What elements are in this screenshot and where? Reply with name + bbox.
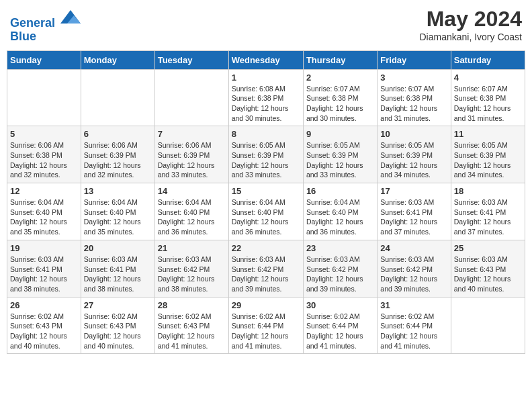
- calendar-cell: 13Sunrise: 6:04 AMSunset: 6:40 PMDayligh…: [81, 183, 154, 240]
- weekday-header: Monday: [81, 50, 154, 69]
- title-block: May 2024 Diamankani, Ivory Coast: [419, 7, 522, 42]
- calendar-cell: 30Sunrise: 6:02 AMSunset: 6:44 PMDayligh…: [303, 297, 377, 354]
- day-number: 1: [232, 73, 300, 83]
- calendar-cell: 24Sunrise: 6:03 AMSunset: 6:42 PMDayligh…: [378, 240, 451, 297]
- day-number: 20: [84, 243, 152, 253]
- calendar-cell: 8Sunrise: 6:05 AMSunset: 6:39 PMDaylight…: [228, 126, 303, 183]
- calendar-cell: 14Sunrise: 6:04 AMSunset: 6:40 PMDayligh…: [154, 183, 228, 240]
- day-number: 12: [10, 186, 78, 196]
- calendar-cell: 2Sunrise: 6:07 AMSunset: 6:38 PMDaylight…: [303, 69, 377, 126]
- day-number: 27: [84, 300, 152, 310]
- calendar-cell: [7, 69, 81, 126]
- day-number: 23: [306, 243, 374, 253]
- day-info: Sunrise: 6:04 AMSunset: 6:40 PMDaylight:…: [10, 197, 78, 237]
- calendar-week-row: 19Sunrise: 6:03 AMSunset: 6:41 PMDayligh…: [7, 240, 525, 297]
- calendar-cell: 7Sunrise: 6:06 AMSunset: 6:39 PMDaylight…: [154, 126, 228, 183]
- day-number: 13: [84, 186, 152, 196]
- day-info: Sunrise: 6:06 AMSunset: 6:39 PMDaylight:…: [84, 140, 152, 180]
- day-info: Sunrise: 6:05 AMSunset: 6:39 PMDaylight:…: [232, 140, 300, 180]
- day-number: 19: [10, 243, 78, 253]
- day-info: Sunrise: 6:02 AMSunset: 6:43 PMDaylight:…: [84, 312, 152, 351]
- day-info: Sunrise: 6:03 AMSunset: 6:42 PMDaylight:…: [232, 255, 300, 294]
- day-info: Sunrise: 6:07 AMSunset: 6:38 PMDaylight:…: [306, 84, 374, 124]
- day-info: Sunrise: 6:03 AMSunset: 6:42 PMDaylight:…: [158, 255, 226, 294]
- day-info: Sunrise: 6:07 AMSunset: 6:38 PMDaylight:…: [380, 84, 447, 124]
- calendar-cell: 4Sunrise: 6:07 AMSunset: 6:38 PMDaylight…: [451, 69, 525, 126]
- day-number: 26: [10, 300, 78, 310]
- logo-blue: Blue: [10, 30, 36, 43]
- calendar-cell: 6Sunrise: 6:06 AMSunset: 6:39 PMDaylight…: [81, 126, 154, 183]
- day-info: Sunrise: 6:03 AMSunset: 6:42 PMDaylight:…: [380, 255, 447, 294]
- calendar-cell: 3Sunrise: 6:07 AMSunset: 6:38 PMDaylight…: [378, 69, 451, 126]
- day-info: Sunrise: 6:05 AMSunset: 6:39 PMDaylight:…: [454, 140, 522, 180]
- day-info: Sunrise: 6:02 AMSunset: 6:44 PMDaylight:…: [232, 312, 300, 351]
- day-info: Sunrise: 6:03 AMSunset: 6:42 PMDaylight:…: [306, 255, 374, 294]
- calendar-cell: 11Sunrise: 6:05 AMSunset: 6:39 PMDayligh…: [451, 126, 525, 183]
- day-info: Sunrise: 6:03 AMSunset: 6:43 PMDaylight:…: [454, 255, 522, 294]
- day-number: 3: [380, 73, 447, 83]
- day-number: 11: [454, 129, 522, 139]
- weekday-header-row: SundayMondayTuesdayWednesdayThursdayFrid…: [7, 50, 525, 69]
- calendar-cell: 20Sunrise: 6:03 AMSunset: 6:41 PMDayligh…: [81, 240, 154, 297]
- calendar-cell: 27Sunrise: 6:02 AMSunset: 6:43 PMDayligh…: [81, 297, 154, 354]
- day-number: 30: [306, 300, 374, 310]
- day-number: 24: [380, 243, 447, 253]
- day-number: 7: [158, 129, 226, 139]
- day-info: Sunrise: 6:02 AMSunset: 6:43 PMDaylight:…: [158, 312, 226, 351]
- calendar-cell: 28Sunrise: 6:02 AMSunset: 6:43 PMDayligh…: [154, 297, 228, 354]
- day-number: 15: [232, 186, 300, 196]
- day-info: Sunrise: 6:04 AMSunset: 6:40 PMDaylight:…: [232, 197, 300, 237]
- day-info: Sunrise: 6:06 AMSunset: 6:39 PMDaylight:…: [158, 140, 226, 180]
- day-info: Sunrise: 6:02 AMSunset: 6:43 PMDaylight:…: [10, 312, 78, 351]
- logo: General Blue: [10, 7, 81, 44]
- weekday-header: Wednesday: [228, 50, 303, 69]
- day-number: 25: [454, 243, 522, 253]
- weekday-header: Tuesday: [154, 50, 228, 69]
- day-info: Sunrise: 6:03 AMSunset: 6:41 PMDaylight:…: [84, 255, 152, 294]
- day-info: Sunrise: 6:06 AMSunset: 6:38 PMDaylight:…: [10, 140, 78, 180]
- calendar-cell: 29Sunrise: 6:02 AMSunset: 6:44 PMDayligh…: [228, 297, 303, 354]
- calendar-cell: 31Sunrise: 6:02 AMSunset: 6:44 PMDayligh…: [378, 297, 451, 354]
- calendar-cell: 17Sunrise: 6:03 AMSunset: 6:41 PMDayligh…: [378, 183, 451, 240]
- calendar-week-row: 1Sunrise: 6:08 AMSunset: 6:38 PMDaylight…: [7, 69, 525, 126]
- day-number: 17: [380, 186, 447, 196]
- day-info: Sunrise: 6:04 AMSunset: 6:40 PMDaylight:…: [158, 197, 226, 237]
- day-info: Sunrise: 6:03 AMSunset: 6:41 PMDaylight:…: [10, 255, 78, 294]
- weekday-header: Thursday: [303, 50, 377, 69]
- calendar-cell: 5Sunrise: 6:06 AMSunset: 6:38 PMDaylight…: [7, 126, 81, 183]
- calendar-week-row: 5Sunrise: 6:06 AMSunset: 6:38 PMDaylight…: [7, 126, 525, 183]
- location: Diamankani, Ivory Coast: [419, 32, 522, 42]
- calendar-cell: [154, 69, 228, 126]
- day-info: Sunrise: 6:05 AMSunset: 6:39 PMDaylight:…: [306, 140, 374, 180]
- calendar-cell: [81, 69, 154, 126]
- calendar-cell: 26Sunrise: 6:02 AMSunset: 6:43 PMDayligh…: [7, 297, 81, 354]
- day-number: 4: [454, 73, 522, 83]
- day-number: 9: [306, 129, 374, 139]
- calendar-cell: 16Sunrise: 6:04 AMSunset: 6:40 PMDayligh…: [303, 183, 377, 240]
- page-header: General Blue May 2024 Diamankani, Ivory …: [7, 7, 525, 44]
- day-number: 14: [158, 186, 226, 196]
- day-number: 8: [232, 129, 300, 139]
- day-info: Sunrise: 6:04 AMSunset: 6:40 PMDaylight:…: [306, 197, 374, 237]
- month-title: May 2024: [419, 7, 522, 32]
- day-number: 5: [10, 129, 78, 139]
- calendar-cell: 25Sunrise: 6:03 AMSunset: 6:43 PMDayligh…: [451, 240, 525, 297]
- calendar-cell: 1Sunrise: 6:08 AMSunset: 6:38 PMDaylight…: [228, 69, 303, 126]
- day-info: Sunrise: 6:03 AMSunset: 6:41 PMDaylight:…: [454, 197, 522, 237]
- calendar-cell: 12Sunrise: 6:04 AMSunset: 6:40 PMDayligh…: [7, 183, 81, 240]
- weekday-header: Saturday: [451, 50, 525, 69]
- logo-general: General: [10, 16, 55, 30]
- weekday-header: Sunday: [7, 50, 81, 69]
- day-info: Sunrise: 6:02 AMSunset: 6:44 PMDaylight:…: [380, 312, 447, 351]
- day-info: Sunrise: 6:03 AMSunset: 6:41 PMDaylight:…: [380, 197, 447, 237]
- calendar-cell: 19Sunrise: 6:03 AMSunset: 6:41 PMDayligh…: [7, 240, 81, 297]
- calendar-cell: 18Sunrise: 6:03 AMSunset: 6:41 PMDayligh…: [451, 183, 525, 240]
- day-number: 18: [454, 186, 522, 196]
- day-number: 21: [158, 243, 226, 253]
- calendar-table: SundayMondayTuesdayWednesdayThursdayFrid…: [7, 50, 525, 355]
- day-number: 6: [84, 129, 152, 139]
- day-number: 2: [306, 73, 374, 83]
- day-number: 28: [158, 300, 226, 310]
- day-info: Sunrise: 6:05 AMSunset: 6:39 PMDaylight:…: [380, 140, 447, 180]
- calendar-cell: [451, 297, 525, 354]
